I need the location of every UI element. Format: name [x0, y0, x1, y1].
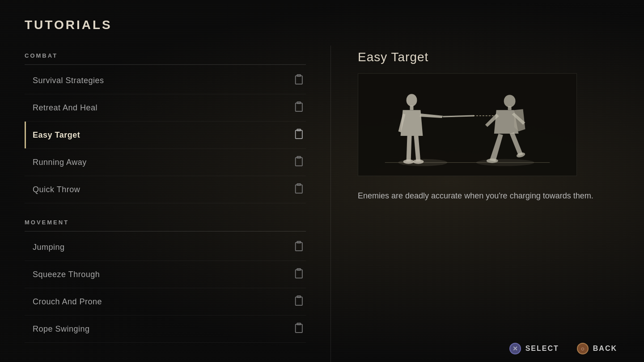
svg-rect-2	[296, 103, 302, 112]
svg-rect-8	[296, 185, 302, 194]
select-control[interactable]: ✕ SELECT	[509, 343, 559, 354]
main-layout: COMBAT Survival Strategies Retreat And H…	[0, 46, 644, 362]
svg-line-24	[443, 116, 474, 117]
svg-rect-4	[296, 130, 302, 139]
tutorials-screen: TUTORIALS COMBAT Survival Strategies Ret…	[0, 0, 644, 362]
menu-item-survival-strategies[interactable]: Survival Strategies	[25, 67, 306, 94]
menu-item-jumping[interactable]: Jumping	[25, 234, 306, 261]
active-indicator	[25, 122, 26, 148]
svg-rect-23	[410, 105, 414, 110]
sidebar: COMBAT Survival Strategies Retreat And H…	[0, 46, 331, 362]
svg-rect-14	[296, 297, 302, 306]
menu-item-retreat-and-heal[interactable]: Retreat And Heal	[25, 94, 306, 122]
select-label: SELECT	[525, 345, 559, 353]
menu-item-easy-target[interactable]: Easy Target	[25, 122, 306, 149]
item-icon-crouch	[293, 295, 306, 308]
detail-image	[358, 73, 577, 176]
svg-point-25	[403, 160, 414, 164]
menu-item-quick-throw[interactable]: Quick Throw	[25, 176, 306, 203]
bottom-bar: ✕ SELECT ○ BACK	[0, 335, 644, 362]
svg-rect-6	[296, 158, 302, 166]
cross-button-icon: ✕	[509, 343, 521, 354]
item-icon-retreat	[293, 101, 306, 114]
item-icon-jumping	[293, 241, 306, 253]
page-title: TUTORIALS	[0, 0, 644, 46]
svg-rect-0	[296, 76, 302, 84]
item-icon-squeeze	[293, 268, 306, 281]
svg-point-26	[413, 160, 424, 164]
svg-rect-29	[508, 106, 512, 110]
back-label: BACK	[593, 345, 617, 353]
item-icon-survival	[293, 74, 306, 87]
detail-panel: Easy Target	[331, 46, 644, 362]
combat-section-header: COMBAT	[25, 46, 306, 65]
item-icon-easy-target	[293, 129, 306, 141]
svg-point-28	[504, 95, 516, 107]
circle-button-icon: ○	[577, 343, 589, 354]
svg-point-22	[407, 94, 417, 106]
svg-rect-10	[296, 243, 302, 251]
tutorial-scene-svg	[358, 73, 576, 176]
detail-description: Enemies are deadly accurate when you're …	[358, 189, 608, 202]
movement-section-header: MOVEMENT	[25, 212, 306, 232]
svg-rect-18	[358, 73, 576, 176]
item-icon-running	[293, 156, 306, 168]
svg-point-30	[487, 159, 498, 163]
menu-item-running-away[interactable]: Running Away	[25, 149, 306, 176]
detail-title: Easy Target	[358, 46, 617, 73]
item-icon-quick-throw	[293, 183, 306, 196]
menu-item-squeeze-through[interactable]: Squeeze Through	[25, 261, 306, 288]
svg-rect-12	[296, 270, 302, 278]
back-control[interactable]: ○ BACK	[577, 343, 617, 354]
menu-item-crouch-and-prone[interactable]: Crouch And Prone	[25, 288, 306, 316]
svg-rect-16	[296, 324, 302, 333]
item-icon-rope	[293, 323, 306, 335]
